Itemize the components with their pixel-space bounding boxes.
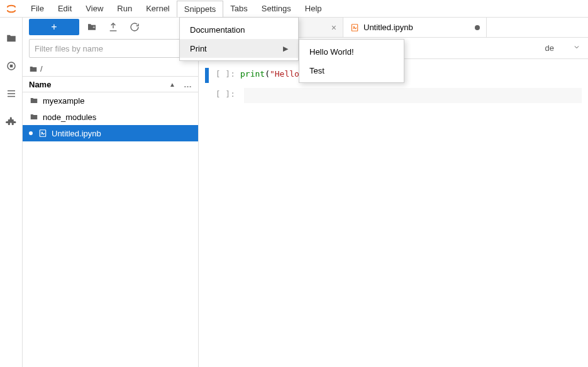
- unsaved-dot-icon: [29, 131, 33, 135]
- notebook-icon: [350, 23, 360, 33]
- chevron-down-icon: [573, 43, 580, 53]
- folder-icon: [29, 96, 39, 106]
- folder-icon: [29, 65, 38, 74]
- file-browser-toolbar: + +: [23, 18, 198, 36]
- chevron-right-icon: ▶: [283, 45, 288, 53]
- sort-caret-icon: ▲: [169, 81, 175, 88]
- file-browser: + + / Name ▲ … myexample node_modules Un…: [23, 18, 199, 367]
- menu-item-label: Test: [309, 66, 325, 75]
- folder-icon: [29, 112, 39, 122]
- file-item-notebook[interactable]: Untitled.ipynb: [23, 125, 198, 141]
- filter-input[interactable]: [29, 39, 192, 58]
- toc-icon[interactable]: [6, 88, 17, 99]
- file-item-folder[interactable]: myexample: [23, 92, 198, 109]
- menu-item-print[interactable]: Print ▶: [180, 39, 298, 58]
- menu-run[interactable]: Run: [110, 1, 139, 16]
- svg-rect-1: [9, 65, 13, 68]
- submenu-item-hello[interactable]: Hello World!: [299, 42, 404, 61]
- file-list-header[interactable]: Name ▲ …: [23, 76, 198, 92]
- snippets-menu: Documentation Print ▶: [179, 17, 299, 61]
- code-token-paren: (: [265, 69, 270, 79]
- print-submenu: Hello World! Test: [299, 39, 404, 83]
- file-label: Untitled.ipynb: [52, 129, 101, 138]
- kernel-select[interactable]: de: [545, 43, 580, 53]
- activity-bar: [0, 18, 23, 367]
- breadcrumb-sep: /: [40, 64, 43, 74]
- menu-kernel[interactable]: Kernel: [139, 1, 177, 16]
- header-modified: …: [180, 80, 192, 89]
- header-name: Name: [29, 80, 51, 89]
- menu-item-label: Hello World!: [309, 47, 354, 57]
- cell-prompt: [ ]:: [209, 88, 240, 99]
- submenu-item-test[interactable]: Test: [299, 61, 404, 80]
- file-item-folder[interactable]: node_modules: [23, 109, 198, 125]
- jupyter-logo-icon: [5, 3, 18, 15]
- menu-item-documentation[interactable]: Documentation: [180, 20, 298, 39]
- refresh-icon[interactable]: [126, 19, 143, 35]
- file-list: myexample node_modules Untitled.ipynb: [23, 92, 198, 141]
- notebook-cell[interactable]: [ ]:: [199, 85, 588, 106]
- menu-help[interactable]: Help: [298, 1, 329, 16]
- cell-prompt: [ ]:: [209, 68, 240, 79]
- menu-file[interactable]: File: [24, 1, 51, 16]
- upload-icon[interactable]: [104, 19, 122, 35]
- file-label: node_modules: [43, 112, 96, 122]
- running-icon[interactable]: [6, 60, 17, 72]
- menu-snippets[interactable]: Snippets: [177, 1, 224, 17]
- menu-item-label: Documentation: [190, 25, 245, 35]
- menu-settings[interactable]: Settings: [255, 1, 298, 16]
- cell-input[interactable]: [244, 88, 582, 103]
- svg-text:+: +: [92, 25, 95, 30]
- unsaved-dot-icon: [475, 25, 480, 30]
- new-launcher-button[interactable]: +: [29, 19, 79, 35]
- kernel-label: de: [545, 43, 554, 53]
- code-token-fn: print: [240, 69, 265, 79]
- menu-view[interactable]: View: [79, 1, 110, 16]
- menu-item-label: Print: [190, 44, 207, 53]
- breadcrumb[interactable]: /: [23, 60, 198, 76]
- close-icon[interactable]: ×: [331, 23, 336, 33]
- menu-edit[interactable]: Edit: [51, 1, 79, 16]
- new-folder-icon[interactable]: +: [83, 19, 101, 35]
- menubar: File Edit View Run Kernel Snippets Tabs …: [0, 0, 588, 18]
- menu-tabs[interactable]: Tabs: [223, 1, 254, 16]
- tab-label: Untitled.ipynb: [363, 23, 413, 32]
- folder-icon[interactable]: [6, 33, 17, 44]
- extensions-icon[interactable]: [6, 116, 17, 127]
- file-label: myexample: [43, 96, 84, 106]
- notebook-icon: [38, 128, 48, 138]
- tab-notebook[interactable]: Untitled.ipynb: [343, 18, 487, 37]
